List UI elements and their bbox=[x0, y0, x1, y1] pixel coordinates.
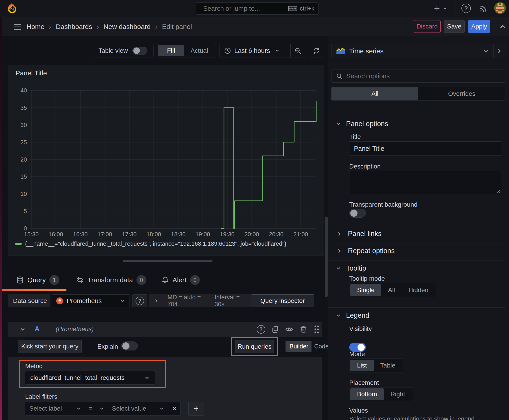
breadcrumb-edit-panel: Edit panel bbox=[162, 23, 192, 30]
table-view-toggle[interactable] bbox=[132, 47, 147, 55]
duplicate-icon[interactable] bbox=[271, 325, 279, 333]
resize-drag-handle[interactable] bbox=[123, 260, 213, 262]
legend-header[interactable]: Legend bbox=[336, 311, 369, 320]
search-input[interactable] bbox=[203, 5, 288, 12]
legend-swatch[interactable] bbox=[15, 243, 22, 245]
time-range-group: Last 6 hours bbox=[219, 44, 305, 57]
apply-button[interactable]: Apply bbox=[468, 20, 490, 33]
collapse-chevron-icon[interactable] bbox=[20, 326, 26, 332]
tooltip-mode-all[interactable]: All bbox=[381, 284, 402, 296]
tab-alert[interactable]: Alert 0 bbox=[161, 270, 200, 290]
options-search-input[interactable] bbox=[346, 73, 501, 80]
tab-transform-label: Transform data bbox=[88, 276, 133, 284]
toggle-knob bbox=[133, 48, 140, 54]
kick-start-button[interactable]: Kick start your query bbox=[18, 340, 82, 353]
transparent-background-toggle[interactable] bbox=[349, 209, 366, 218]
chevron-down-icon bbox=[144, 375, 150, 381]
legend-mode-segmented: List Table bbox=[349, 359, 403, 372]
query-ref-id[interactable]: A bbox=[35, 325, 39, 333]
select-value-dropdown[interactable]: Select value bbox=[108, 402, 168, 415]
trash-icon[interactable] bbox=[299, 325, 307, 333]
save-button[interactable]: Save bbox=[444, 20, 464, 33]
table-view-control[interactable]: Table view bbox=[94, 44, 153, 57]
resize-handle-icon[interactable] bbox=[497, 189, 501, 193]
legend-placement-right[interactable]: Right bbox=[384, 388, 412, 400]
query-inspector-button[interactable]: Query inspector bbox=[251, 294, 314, 307]
visualization-picker[interactable]: Time series bbox=[331, 44, 505, 58]
collapse-header-button[interactable] bbox=[499, 23, 507, 30]
explain-label: Explain bbox=[97, 343, 118, 350]
breadcrumb-separator: › bbox=[49, 23, 51, 31]
query-stats-bar: MD = auto = 704 Interval = 30s bbox=[149, 294, 251, 307]
legend-series-name[interactable]: {__name__="cloudflared_tunnel_total_requ… bbox=[25, 240, 286, 247]
legend-mode-list[interactable]: List bbox=[350, 360, 374, 371]
actual-option[interactable]: Actual bbox=[184, 45, 215, 56]
svg-text:20:00: 20:00 bbox=[244, 231, 259, 236]
panel-links-header[interactable]: Panel links bbox=[337, 230, 381, 238]
toggle-knob bbox=[357, 344, 365, 351]
legend-placement-segmented: Bottom Right bbox=[349, 387, 413, 401]
operator-dropdown[interactable]: = bbox=[85, 402, 108, 415]
chart-legend[interactable]: {__name__="cloudflared_tunnel_total_requ… bbox=[15, 240, 286, 247]
time-range-picker[interactable]: Last 6 hours bbox=[220, 44, 290, 57]
description-textarea[interactable] bbox=[349, 171, 502, 194]
global-search[interactable]: ⌨ ctrl+k bbox=[196, 2, 319, 15]
database-icon bbox=[16, 276, 24, 284]
tooltip-header[interactable]: Tooltip bbox=[336, 264, 366, 272]
breadcrumb-separator: › bbox=[155, 23, 158, 31]
svg-text:15: 15 bbox=[20, 173, 27, 180]
tooltip-mode-hidden[interactable]: Hidden bbox=[402, 284, 435, 296]
metric-select[interactable]: cloudflared_tunnel_total_requests bbox=[25, 371, 155, 384]
chevron-down-icon bbox=[336, 266, 341, 271]
avatar[interactable] bbox=[494, 2, 506, 14]
breadcrumb-dashboards[interactable]: Dashboards bbox=[56, 23, 92, 30]
tab-transform[interactable]: Transform data 0 bbox=[76, 270, 146, 290]
fill-option[interactable]: Fill bbox=[158, 45, 184, 56]
repeat-options-header[interactable]: Repeat options bbox=[337, 247, 395, 255]
breadcrumb-home[interactable]: Home bbox=[26, 23, 45, 30]
time-range-label: Last 6 hours bbox=[234, 47, 270, 54]
title-label: Title bbox=[349, 133, 361, 141]
options-tab-all[interactable]: All bbox=[332, 87, 418, 100]
toggle-viz-pane-button[interactable] bbox=[494, 44, 505, 58]
builder-option[interactable]: Builder bbox=[286, 341, 311, 352]
remove-filter-button[interactable]: ✕ bbox=[168, 402, 181, 415]
zoom-out-button[interactable] bbox=[291, 44, 305, 57]
panel-options-header[interactable]: Panel options bbox=[336, 120, 388, 128]
select-label-dropdown[interactable]: Select label bbox=[25, 402, 85, 415]
options-tab-overrides[interactable]: Overrides bbox=[418, 87, 505, 100]
discard-button[interactable]: Discard bbox=[414, 20, 441, 33]
chevron-right-icon[interactable] bbox=[154, 298, 159, 304]
add-filter-button[interactable]: + bbox=[188, 402, 204, 415]
hamburger-menu-button[interactable] bbox=[13, 23, 22, 30]
eye-icon[interactable] bbox=[285, 325, 294, 334]
options-search[interactable] bbox=[331, 69, 505, 82]
section-divider bbox=[328, 115, 505, 115]
options-tabs: All Overrides bbox=[331, 87, 505, 100]
tab-query[interactable]: Query 1 bbox=[16, 270, 59, 290]
tooltip-mode-segmented: Single All Hidden bbox=[349, 283, 436, 297]
explain-toggle[interactable] bbox=[121, 341, 138, 351]
legend-mode-table[interactable]: Table bbox=[374, 360, 402, 371]
legend-placement-bottom[interactable]: Bottom bbox=[350, 388, 384, 400]
zoom-out-icon bbox=[294, 47, 301, 54]
chevron-down-icon bbox=[76, 406, 81, 411]
run-queries-button[interactable]: Run queries bbox=[235, 340, 274, 353]
query-help-icon[interactable]: ? bbox=[257, 325, 265, 334]
breadcrumb-new-dashboard[interactable]: New dashboard bbox=[103, 23, 151, 30]
news-button[interactable] bbox=[479, 4, 488, 13]
tooltip-mode-single[interactable]: Single bbox=[350, 284, 381, 296]
grafana-logo[interactable] bbox=[6, 2, 18, 15]
panel-title-input[interactable] bbox=[349, 141, 502, 156]
header-divider bbox=[456, 5, 456, 13]
window-edge-strip bbox=[0, 17, 2, 420]
datasource-picker[interactable]: Prometheus bbox=[52, 294, 130, 307]
datasource-help-button[interactable]: ? bbox=[132, 294, 147, 307]
new-menu-button[interactable] bbox=[433, 4, 448, 13]
help-button[interactable]: ? bbox=[461, 4, 471, 13]
drag-grip-icon[interactable] bbox=[313, 325, 320, 334]
panel-title[interactable]: Panel Title bbox=[15, 69, 47, 77]
time-series-chart[interactable]: 051015202530354015:3016:0016:3017:0017:3… bbox=[8, 79, 324, 236]
refresh-button[interactable] bbox=[309, 44, 324, 57]
query-row-header[interactable]: A (Prometheus) ? bbox=[8, 322, 322, 337]
